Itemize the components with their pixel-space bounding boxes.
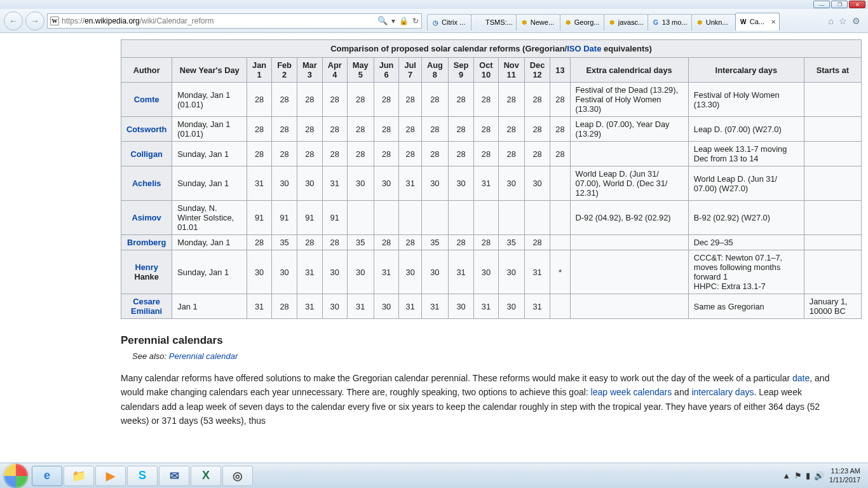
refresh-icon[interactable]: ↻ <box>412 17 419 25</box>
tab-close-icon[interactable]: ✕ <box>770 18 776 25</box>
author-cell: Cotsworth <box>121 117 172 142</box>
author-link[interactable]: Bromberg <box>127 238 166 247</box>
home-icon[interactable]: ⌂ <box>829 16 834 26</box>
inter-cell: Leap D. (07.00) (W27.0) <box>688 117 804 142</box>
taskbar-app-excel[interactable]: X <box>191 466 221 486</box>
month-cell: 28 <box>322 142 347 166</box>
col-month-6: Jul7 <box>399 58 422 83</box>
tray-flag-icon[interactable]: ⚑ <box>794 471 802 480</box>
table-caption: Comparison of proposed solar calendar re… <box>121 39 862 57</box>
month-cell: 35 <box>498 235 524 250</box>
author-link[interactable]: Henry <box>135 262 158 272</box>
month-cell: 30 <box>374 166 399 201</box>
tab-label: Unkn... <box>706 18 728 26</box>
tab-favicon: ✽ <box>520 18 529 27</box>
taskbar: e📁▶S✉X◎ ▲ ⚑ ▮ 🔊 11:23 AM 1/11/2017 <box>0 463 868 488</box>
tab-favicon <box>475 18 484 27</box>
table-row: CotsworthMonday, Jan 1 (01.01)2828282828… <box>121 117 862 142</box>
starts-cell <box>804 166 861 201</box>
col-month-1: Feb2 <box>272 58 297 83</box>
taskbar-app-ie[interactable]: e <box>32 466 62 486</box>
excel-icon: X <box>202 469 210 482</box>
taskbar-app-app[interactable]: ◎ <box>222 466 253 486</box>
leap-week-link[interactable]: leap week calendars <box>591 387 672 397</box>
taskbar-app-explorer[interactable]: 📁 <box>64 466 94 486</box>
browser-tab-7[interactable]: WCa...✕ <box>735 13 780 30</box>
tools-icon[interactable]: ⚙ <box>852 16 860 26</box>
forward-button[interactable]: → <box>25 11 44 30</box>
taskbar-app-wmp[interactable]: ▶ <box>95 466 126 486</box>
author-link[interactable]: Asimov <box>132 213 161 222</box>
extra-cell: Festival of the Dead (13.29), Festival o… <box>570 83 688 117</box>
starts-cell <box>804 235 861 250</box>
tray-volume-icon[interactable]: 🔊 <box>814 471 824 480</box>
taskbar-app-skype[interactable]: S <box>127 466 158 486</box>
browser-tab-4[interactable]: ✽javasc... <box>604 14 648 30</box>
window-minimize-button[interactable]: — <box>813 1 830 8</box>
browser-tab-1[interactable]: TSMS:... <box>471 14 517 30</box>
month-cell <box>498 201 524 235</box>
month-cell: 30 <box>421 250 448 294</box>
page-viewport[interactable]: Comparison of proposed solar calendar re… <box>0 33 868 463</box>
month-cell: 91 <box>322 201 347 235</box>
col-month-0: Jan1 <box>247 58 272 83</box>
window-maximize-button[interactable]: ❐ <box>831 1 848 8</box>
start-button[interactable] <box>4 464 28 488</box>
table-row: CesareEmilianiJan 1312831303130313130313… <box>121 294 862 319</box>
window-close-button[interactable]: ✕ <box>849 1 865 8</box>
tray-network-icon[interactable]: ▮ <box>806 471 810 480</box>
month-cell: 28 <box>272 117 297 142</box>
browser-tab-0[interactable]: ◷Citrix ... <box>427 14 471 30</box>
tab-favicon: ◷ <box>431 18 440 27</box>
author-link[interactable]: Comte <box>134 95 159 104</box>
explorer-icon: 📁 <box>72 469 86 483</box>
month-cell: 28 <box>272 142 297 166</box>
inter-cell: CCC&T: Newton 07.1–7, moves following mo… <box>688 250 804 294</box>
month-cell: 30 <box>347 250 374 294</box>
month-cell: 28 <box>374 235 399 250</box>
author-link[interactable]: Emiliani <box>131 306 162 316</box>
url-dropdown-icon[interactable]: ▾ <box>391 17 395 25</box>
favorites-icon[interactable]: ☆ <box>839 16 847 26</box>
month-cell: 28 <box>297 117 322 142</box>
month-cell: 28 <box>399 235 422 250</box>
month-cell: 28 <box>322 235 347 250</box>
extra-cell: D-92 (04.92), B-92 (02.92) <box>570 201 688 235</box>
month-cell: 28 <box>474 83 498 117</box>
browser-tab-6[interactable]: ✽Unkn... <box>691 14 736 30</box>
starts-cell: January 1, 10000 BC <box>804 294 861 319</box>
browser-tab-2[interactable]: ✽Newe... <box>516 14 560 30</box>
taskbar-app-outlook[interactable]: ✉ <box>159 466 189 486</box>
back-button[interactable]: ← <box>4 11 23 30</box>
tab-label: javasc... <box>618 18 644 26</box>
month-cell: 28 <box>399 117 422 142</box>
month-cell: 28 <box>247 83 272 117</box>
perennial-calendar-link[interactable]: Perennial calendar <box>169 351 238 361</box>
tray-show-hidden-icon[interactable]: ▲ <box>782 471 790 480</box>
browser-tab-3[interactable]: ✽Georg... <box>560 14 604 30</box>
month-cell <box>550 235 570 250</box>
search-icon[interactable]: 🔍 <box>377 16 388 25</box>
author-link[interactable]: Cesare <box>133 297 160 306</box>
intercalary-link[interactable]: intercalary days <box>691 387 754 397</box>
starts-cell <box>804 250 861 294</box>
date-link[interactable]: date <box>792 373 810 383</box>
iso-date-link[interactable]: ISO Date <box>567 44 601 53</box>
nyd-cell: Sunday, Jan 1 <box>172 142 247 166</box>
system-clock[interactable]: 11:23 AM 1/11/2017 <box>829 467 864 484</box>
address-bar[interactable]: W https://en.wikipedia.org/wiki/Calendar… <box>47 13 422 29</box>
author-link[interactable]: Cotsworth <box>126 125 166 134</box>
month-cell: 30 <box>247 250 272 294</box>
month-cell: 28 <box>550 142 570 166</box>
month-cell: 30 <box>498 166 524 201</box>
month-cell: 30 <box>297 166 322 201</box>
browser-tab-5[interactable]: G13 mo... <box>648 14 692 30</box>
author-link[interactable]: Colligan <box>130 149 162 159</box>
col-month-3: Apr4 <box>322 58 347 83</box>
lock-icon: 🔒 <box>399 17 409 25</box>
col-month-9: Oct10 <box>474 58 498 83</box>
author-link[interactable]: Achelis <box>132 179 161 188</box>
month-cell: 28 <box>399 142 422 166</box>
month-cell: 28 <box>297 142 322 166</box>
month-cell <box>474 201 498 235</box>
